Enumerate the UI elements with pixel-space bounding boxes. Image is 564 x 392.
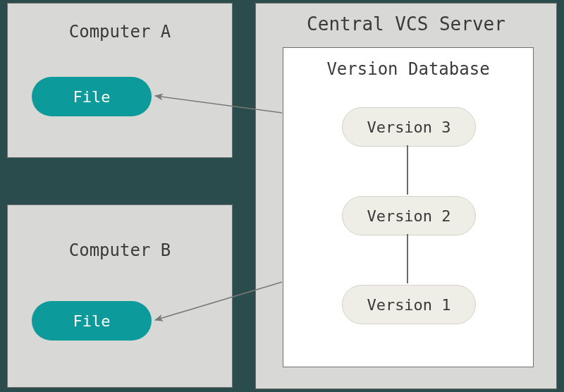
version-2-label: Version 2 (367, 207, 450, 225)
version-database-box: Version Database Version 3 Version 2 Ver… (283, 47, 534, 367)
computer-a-panel: Computer A File (7, 3, 233, 158)
computer-b-title: Computer B (8, 240, 232, 260)
computer-a-file-pill: File (32, 77, 152, 116)
computer-b-panel: Computer B File (7, 204, 233, 388)
version-2-pill: Version 2 (342, 196, 476, 235)
version-database-title: Version Database (283, 59, 533, 79)
server-title: Central VCS Server (256, 13, 556, 35)
version-1-label: Version 1 (367, 296, 450, 314)
version-1-pill: Version 1 (342, 285, 476, 324)
version-3-label: Version 3 (367, 118, 450, 136)
computer-a-title: Computer A (8, 22, 232, 42)
server-panel: Central VCS Server Version Database Vers… (255, 3, 557, 389)
computer-a-file-label: File (73, 88, 111, 106)
computer-b-file-pill: File (32, 301, 152, 341)
diagram-stage: Computer A File Computer B File Central … (0, 0, 564, 392)
computer-b-file-label: File (73, 312, 111, 330)
version-3-pill: Version 3 (342, 107, 476, 147)
